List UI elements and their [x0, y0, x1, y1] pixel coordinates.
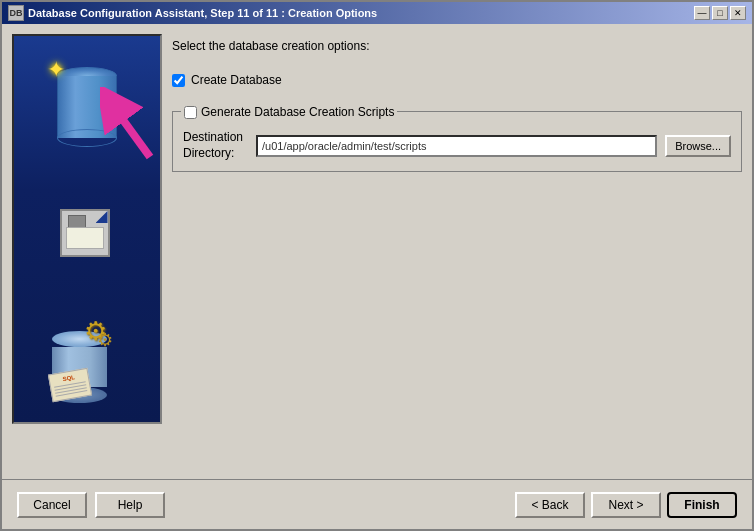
- scripts-section: Generate Database Creation Scripts Desti…: [172, 111, 742, 172]
- sparkle-icon: ✦: [47, 57, 65, 83]
- help-button[interactable]: Help: [95, 492, 165, 518]
- app-icon: DB: [8, 5, 24, 21]
- illustration-panel: ✦: [12, 34, 162, 424]
- gear-db-group: ⚙ ⚙ SQL: [42, 306, 132, 401]
- floppy-body: [60, 209, 110, 257]
- maximize-button[interactable]: □: [712, 6, 728, 20]
- app-icon-text: DB: [10, 8, 23, 18]
- floppy-notch: [96, 211, 108, 223]
- close-button[interactable]: ✕: [730, 6, 746, 20]
- browse-button[interactable]: Browse...: [665, 135, 731, 157]
- back-button[interactable]: < Back: [515, 492, 585, 518]
- next-button[interactable]: Next >: [591, 492, 661, 518]
- main-window: DB Database Configuration Assistant, Ste…: [0, 0, 754, 531]
- arrow-icon: [100, 87, 162, 165]
- gear-cylinder: ⚙ ⚙ SQL: [42, 311, 122, 401]
- arrow-svg: [100, 87, 162, 162]
- main-area: ✦: [2, 24, 752, 479]
- generate-scripts-checkbox[interactable]: [184, 106, 197, 119]
- floppy-label: [66, 227, 104, 249]
- create-database-checkbox[interactable]: [172, 74, 185, 87]
- instruction-text: Select the database creation options:: [172, 39, 742, 53]
- button-bar-right: < Back Next > Finish: [515, 492, 737, 518]
- floppy-icon: [60, 209, 115, 264]
- floppy-group: [60, 199, 115, 264]
- title-bar-controls: — □ ✕: [694, 6, 746, 20]
- create-database-label[interactable]: Create Database: [191, 73, 282, 87]
- generate-scripts-label[interactable]: Generate Database Creation Scripts: [201, 105, 394, 119]
- finish-button[interactable]: Finish: [667, 492, 737, 518]
- minimize-button[interactable]: —: [694, 6, 710, 20]
- window-title: Database Configuration Assistant, Step 1…: [28, 7, 377, 19]
- cancel-button[interactable]: Cancel: [17, 492, 87, 518]
- small-gear-icon: ⚙: [97, 329, 113, 351]
- destination-directory-input[interactable]: [256, 135, 657, 157]
- right-panel: Select the database creation options: Cr…: [172, 34, 742, 469]
- title-bar-left: DB Database Configuration Assistant, Ste…: [8, 5, 377, 21]
- button-bar: Cancel Help < Back Next > Finish: [2, 479, 752, 529]
- button-bar-left: Cancel Help: [17, 492, 165, 518]
- title-bar: DB Database Configuration Assistant, Ste…: [2, 2, 752, 24]
- top-cylinder-group: ✦: [52, 67, 122, 147]
- content-area: ✦: [2, 24, 752, 529]
- destination-directory-label: DestinationDirectory:: [183, 130, 248, 161]
- create-database-row: Create Database: [172, 73, 742, 87]
- destination-row: DestinationDirectory: Browse...: [183, 130, 731, 161]
- scripts-legend: Generate Database Creation Scripts: [181, 105, 397, 119]
- svg-line-1: [110, 102, 150, 157]
